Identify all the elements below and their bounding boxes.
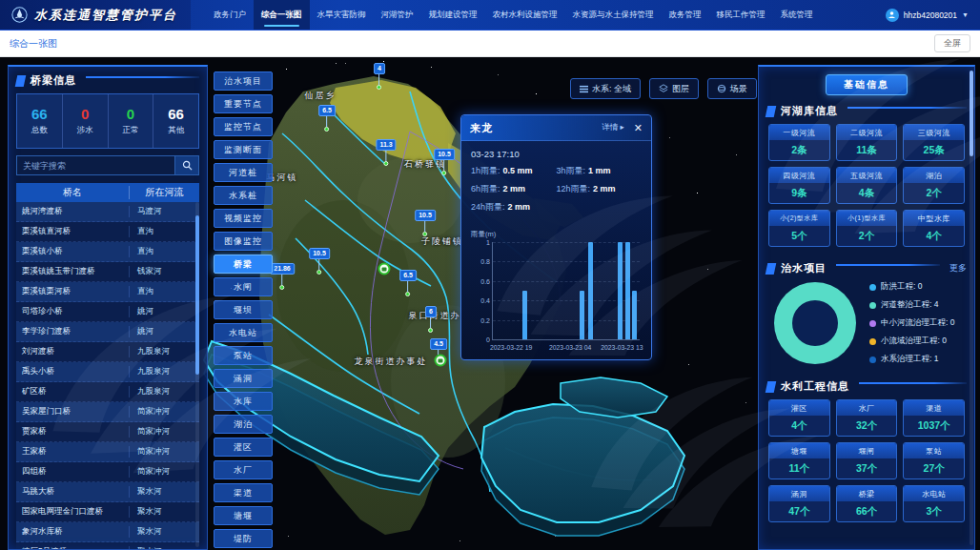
map-marker-9[interactable]: 21.86 xyxy=(270,263,295,290)
table-row[interactable]: 刘河渡桥九股泉河 xyxy=(16,342,199,362)
stat-cell-value: 9条 xyxy=(769,183,829,204)
table-row[interactable]: 禹头小桥九股泉河 xyxy=(16,362,199,382)
search-button[interactable] xyxy=(174,155,199,175)
map-marker-2[interactable]: 11.3 xyxy=(376,139,396,166)
map-controls: 水系: 全域 图层 场景 xyxy=(570,78,757,99)
watersystem-select[interactable]: 水系: 全域 xyxy=(570,78,641,99)
layer-item-14[interactable]: 水库 xyxy=(214,392,273,411)
section-accent xyxy=(766,263,777,275)
scene-button[interactable]: 场景 xyxy=(707,78,757,99)
popup-title: 来龙 xyxy=(470,121,493,135)
search-input[interactable] xyxy=(16,155,174,175)
table-row[interactable]: 栗溪镇直河桥直沟 xyxy=(16,222,199,242)
river-name-cell: 聚水河 xyxy=(130,506,199,518)
layer-item-18[interactable]: 渠道 xyxy=(214,483,273,502)
popup-header: 来龙 详情 ▸ ✕ xyxy=(461,115,651,141)
layer-item-17[interactable]: 水厂 xyxy=(214,460,273,479)
nav-tab-0[interactable]: 政务门户 xyxy=(206,0,254,30)
close-icon[interactable]: ✕ xyxy=(634,123,643,133)
nav-tab-4[interactable]: 规划建设管理 xyxy=(421,0,485,30)
camera-marker-1[interactable] xyxy=(435,355,447,367)
layer-item-15[interactable]: 湖泊 xyxy=(214,415,273,434)
camera-marker-0[interactable] xyxy=(378,263,391,275)
nav-tab-5[interactable]: 农村水利设施管理 xyxy=(485,0,565,30)
table-row[interactable]: 司塔珍小桥姚河 xyxy=(16,302,199,322)
table-row[interactable]: 四组桥简家冲河 xyxy=(16,462,199,482)
list-icon xyxy=(580,85,588,93)
layer-item-19[interactable]: 塘堰 xyxy=(214,506,273,525)
layer-item-7[interactable]: 图像监控 xyxy=(214,232,273,251)
y-tick: 0.2 xyxy=(480,316,493,323)
layer-item-20[interactable]: 堤防 xyxy=(214,529,273,548)
map-marker-6[interactable]: 6.5 xyxy=(399,270,417,296)
legend-item-1: 河道整治工程: 4 xyxy=(869,299,954,311)
nav-tab-9[interactable]: 系统管理 xyxy=(773,0,821,30)
marker-value: 10.5 xyxy=(309,248,330,259)
nav-tab-7[interactable]: 政务管理 xyxy=(662,0,709,30)
table-row[interactable]: 吴家屋门口桥简家冲河 xyxy=(16,402,199,422)
river-name-cell: 聚水河 xyxy=(130,486,199,498)
map-marker-0[interactable]: 4 xyxy=(374,63,385,90)
map-marker-5[interactable]: 10.5 xyxy=(309,248,330,275)
app-title: 水系连通智慧管护平台 xyxy=(34,7,177,24)
table-row[interactable]: 栗溪镇姚玉带门渡桥钱家河 xyxy=(16,262,199,282)
river-name-cell: 马渡河 xyxy=(130,206,199,217)
layers-button[interactable]: 图层 xyxy=(649,78,699,99)
layer-item-12[interactable]: 泵站 xyxy=(214,346,273,365)
stat-cell-label: 二级河流 xyxy=(837,125,897,140)
stat-cell-label: 塘堰 xyxy=(769,443,829,458)
layer-item-1[interactable]: 重要节点 xyxy=(214,94,273,113)
layer-item-13[interactable]: 涵洞 xyxy=(214,369,273,388)
layer-item-4[interactable]: 河道桩 xyxy=(214,163,273,182)
rainfall-chart: 雨量(m) 10.80.60.40.20 2023-03-22 192023-0… xyxy=(469,230,643,356)
fullscreen-button[interactable]: 全屏 xyxy=(934,34,970,52)
popup-detail-link[interactable]: 详情 ▸ xyxy=(602,122,624,133)
layer-item-16[interactable]: 灌区 xyxy=(214,438,273,457)
nav-tab-8[interactable]: 移民工作管理 xyxy=(709,0,773,30)
table-row[interactable]: 贾家桥简家冲河 xyxy=(16,422,199,442)
nav-tab-2[interactable]: 水旱灾害防御 xyxy=(310,0,374,30)
map-marker-7[interactable]: 6 xyxy=(425,306,437,333)
table-row[interactable]: 矿区桥九股泉河 xyxy=(16,382,199,402)
river-section-title: 河湖库信息 xyxy=(781,104,838,118)
layer-item-11[interactable]: 水电站 xyxy=(214,323,273,342)
more-link[interactable]: 更多 xyxy=(949,262,967,275)
table-row[interactable]: 姚河湾渡桥马渡河 xyxy=(16,202,199,222)
nav-tab-3[interactable]: 河湖管护 xyxy=(374,0,421,30)
camera-icon xyxy=(439,358,443,362)
nav-tab-6[interactable]: 水资源与水土保持管理 xyxy=(565,0,662,30)
layer-item-5[interactable]: 水系桩 xyxy=(214,186,273,205)
layer-item-2[interactable]: 监控节点 xyxy=(214,117,273,136)
layer-item-9[interactable]: 水闸 xyxy=(214,277,273,296)
layer-item-6[interactable]: 视频监控 xyxy=(214,209,273,228)
layer-item-8[interactable]: 桥梁 xyxy=(214,255,273,274)
table-row[interactable]: 王家桥简家冲河 xyxy=(16,442,199,462)
bridge-name-cell: 禹头小桥 xyxy=(16,366,130,377)
panel-scrollbar-thumb[interactable] xyxy=(970,71,973,156)
table-row[interactable]: 马跳大桥聚水河 xyxy=(16,482,199,502)
breadcrumb[interactable]: 综合一张图 xyxy=(10,37,57,51)
rain-metric-3: 12h雨量:2 mm xyxy=(557,183,643,195)
nav-tab-1[interactable]: 综合一张图 xyxy=(254,0,310,30)
map-marker-4[interactable]: 10.5 xyxy=(415,210,436,236)
section-accent xyxy=(15,75,27,87)
table-scrollbar-thumb[interactable] xyxy=(195,215,199,375)
y-tick: 0 xyxy=(486,336,493,343)
table-row[interactable]: 国家电网理金门口渡桥聚水河 xyxy=(16,502,199,522)
layer-item-3[interactable]: 监测断面 xyxy=(214,140,273,159)
stat-cell-label: 泵站 xyxy=(904,443,964,458)
rain-bar xyxy=(632,291,637,339)
table-row[interactable]: 糖厂5号渡桥聚水河 xyxy=(16,542,199,549)
table-row[interactable]: 栗溪镇小桥直沟 xyxy=(16,242,199,262)
table-row[interactable]: 栗溪镇栗河桥直沟 xyxy=(16,282,199,302)
layer-item-10[interactable]: 堰坝 xyxy=(214,300,273,319)
table-row[interactable]: 李学珍门渡桥姚河 xyxy=(16,322,199,342)
bridge-name-cell: 栗溪镇直河桥 xyxy=(16,226,130,237)
user-menu[interactable]: hhzb42080201 ▼ xyxy=(886,0,980,30)
base-info-button[interactable]: 基础信息 xyxy=(826,74,908,95)
table-row[interactable]: 象河水库桥聚水河 xyxy=(16,522,199,542)
marker-dot xyxy=(324,127,329,132)
map-marker-1[interactable]: 6.5 xyxy=(318,105,336,132)
map-marker-3[interactable]: 10.5 xyxy=(434,149,455,175)
layer-item-0[interactable]: 治水项目 xyxy=(214,71,273,91)
